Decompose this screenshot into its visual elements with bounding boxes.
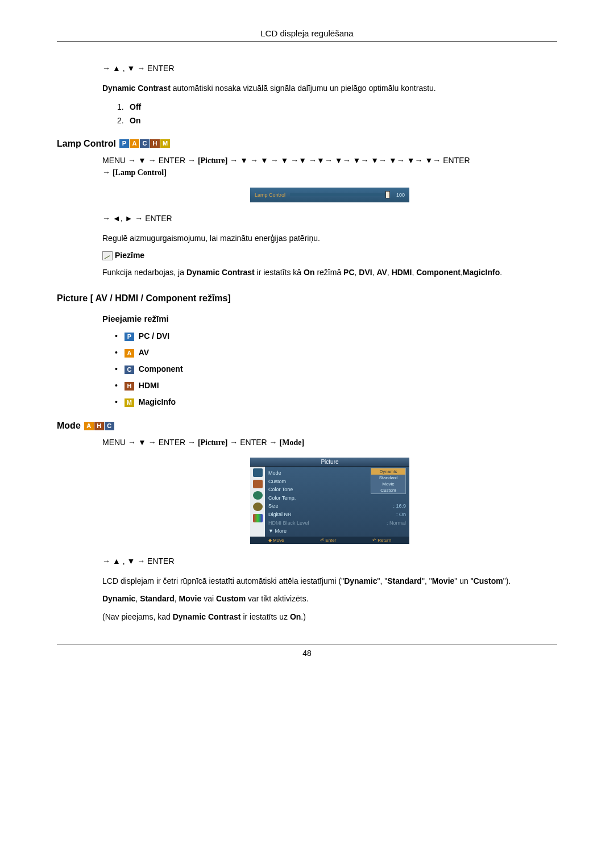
osd-foot-move: ◆ Move [268, 538, 284, 543]
badge-a-icon: A [130, 139, 139, 148]
mode-para-1: LCD displejam ir četri rūpnīcā iestatīti… [102, 576, 557, 587]
osd-row-hdmiblack: HDMI Black Level: Normal [268, 519, 406, 528]
lc-slider-thumb[interactable] [385, 191, 390, 198]
mode-title: Mode [57, 421, 81, 431]
mode-badges: A H C [84, 422, 114, 430]
note-label: Piezīme [115, 251, 144, 260]
lc-desc: Regulē aizmugurgaismojumu, lai mazinātu … [102, 233, 557, 244]
osd-menu: Picture Mode Custom Color Tone Color Tem… [250, 458, 409, 544]
lc-nav-2: → [Lamp Control] [102, 168, 557, 177]
osd-menu-list: Mode Custom Color Tone Color Temp. Size:… [265, 467, 409, 537]
dc-option-1: 1.Off [114, 102, 557, 111]
osd-footer: ◆ Move ⏎ Enter ↶ Return [250, 537, 409, 544]
mode-item-pc: P PC / DVI [115, 331, 557, 341]
mode-para-3: (Nav pieejams, kad Dynamic Contrast ir i… [102, 612, 557, 623]
available-modes-heading: Pieejamie režīmi [102, 314, 557, 323]
picture-section-heading: Picture [ AV / HDMI / Component režīms] [57, 293, 557, 304]
osd-dd-movie[interactable]: Movie [371, 481, 405, 487]
osd-foot-return: ↶ Return [372, 538, 391, 543]
dynamic-contrast-block: → ▲ , ▼ → ENTER Dynamic Contrast automāt… [57, 64, 557, 125]
dc-desc-rest: automātiski nosaka vizuālā signāla dalīj… [171, 84, 436, 93]
osd-picture-icon[interactable] [253, 468, 263, 477]
lamp-control-slider-ui: Lamp Control 100 [250, 188, 409, 202]
badge-p-icon: P [119, 139, 129, 148]
page-footer: 48 [57, 645, 557, 658]
osd-row-more[interactable]: ▼ More [268, 527, 406, 535]
lc-note-text: Funkcija nedarbojas, ja Dynamic Contrast… [102, 267, 557, 279]
mode-item-av: A AV [115, 348, 557, 358]
mode-heading: Mode A H C [57, 421, 557, 431]
badge-c-icon: C [105, 422, 114, 430]
badge-m-icon: M [160, 139, 170, 148]
dc-options: 1.Off 2.On [102, 102, 557, 125]
lc-nav-1: MENU → ▼ → ENTER → [Picture] → ▼ → ▼ → ▼… [102, 156, 557, 165]
dc-desc: Dynamic Contrast automātiski nosaka vizu… [102, 83, 557, 94]
badge-h-icon: H [150, 139, 160, 148]
picture-section-body: Pieejamie režīmi P PC / DVI A AV C Compo… [57, 314, 557, 407]
mode-nav: MENU → ▼ → ENTER → [Picture] → ENTER → [… [102, 438, 557, 447]
note-icon [102, 251, 113, 260]
lamp-control-title: Lamp Control [57, 139, 116, 149]
badge-h-icon: H [125, 382, 134, 391]
lc-note: Piezīme [102, 251, 557, 260]
badge-c-icon: C [140, 139, 150, 148]
osd-setup-icon[interactable] [253, 491, 263, 500]
mode-nav-after: → ▲ , ▼ → ENTER [102, 556, 557, 566]
osd-sound-icon[interactable] [253, 480, 263, 488]
osd-row-size[interactable]: Size: 16:9 [268, 502, 406, 510]
badge-p-icon: P [125, 333, 134, 341]
mode-para-2: Dynamic, Standard, Movie vai Custom var … [102, 593, 557, 605]
available-modes-list: P PC / DVI A AV C Component H HDMI M Mag… [102, 331, 557, 407]
dc-nav: → ▲ , ▼ → ENTER [102, 64, 557, 73]
lc-nav-after: → ◄, ► → ENTER [102, 214, 557, 223]
lamp-control-body: MENU → ▼ → ENTER → [Picture] → ▼ → ▼ → ▼… [57, 156, 557, 279]
osd-dd-custom[interactable]: Custom [371, 487, 405, 493]
osd-dd-dynamic[interactable]: Dynamic [371, 468, 405, 475]
mode-item-hdmi: H HDMI [115, 381, 557, 391]
lc-slider-label: Lamp Control [255, 192, 285, 198]
osd-option-icon[interactable] [253, 502, 263, 511]
osd-mode-dropdown: Dynamic Standard Movie Custom [371, 468, 406, 494]
osd-foot-enter: ⏎ Enter [320, 538, 336, 543]
osd-multi-icon[interactable] [253, 514, 263, 522]
lc-slider-track[interactable] [290, 193, 388, 196]
osd-dd-standard[interactable]: Standard [371, 475, 405, 481]
badge-a-icon: A [125, 349, 134, 358]
badge-m-icon: M [125, 398, 134, 407]
badge-h-icon: H [94, 422, 104, 430]
header-title: LCD displeja regulēšana [260, 28, 353, 38]
osd-row-digitalnr[interactable]: Digital NR: On [268, 510, 406, 519]
mode-item-magicinfo: M MagicInfo [115, 397, 557, 407]
mode-item-component: C Component [115, 364, 557, 374]
dc-option-2: 2.On [114, 116, 557, 125]
mode-body: MENU → ▼ → ENTER → [Picture] → ENTER → [… [57, 438, 557, 623]
lc-slider-value: 100 [392, 192, 405, 198]
dc-desc-bold: Dynamic Contrast [102, 84, 171, 93]
osd-icon-column [250, 467, 265, 537]
lamp-control-badges: P A C H M [119, 139, 170, 148]
badge-c-icon: C [125, 366, 134, 374]
osd-row-colortemp[interactable]: Color Temp. [268, 494, 406, 502]
osd-body: Mode Custom Color Tone Color Temp. Size:… [250, 467, 409, 537]
lamp-control-heading: Lamp Control P A C H M [57, 139, 557, 149]
page-header: LCD displeja regulēšana [57, 28, 557, 42]
lc-slider-fill [290, 193, 388, 196]
osd-title: Picture [250, 458, 409, 467]
badge-a-icon: A [84, 422, 94, 430]
page-number: 48 [302, 649, 312, 658]
